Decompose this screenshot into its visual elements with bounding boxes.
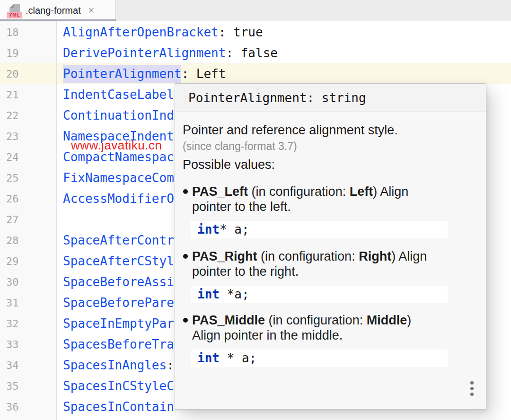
tab-clang-format[interactable]: YML .clang-format ✕ [0,0,116,21]
code-sample-pas-right: int *a; [191,286,448,303]
more-options-icon[interactable] [468,380,476,397]
close-tab-icon[interactable]: ✕ [88,7,95,15]
line-number: 32 [0,318,56,330]
value-item-pas-middle: PAS_Middle (in configuration: Middle) Al… [183,313,431,343]
line-number: 31 [0,297,56,309]
yaml-value: true [233,25,263,39]
active-tab-underline [0,19,116,21]
yaml-key: SpacesInContain [63,400,174,414]
line-number: 19 [0,47,56,59]
cpp-keyword: int [197,222,220,236]
line-number: 36 [0,401,56,413]
selected-yaml-key: PointerAlignment [63,65,181,83]
line-number: 35 [0,380,56,392]
yaml-key: SpacesBeforeTra [63,337,174,351]
popup-header: PointerAlignment: string [175,84,486,112]
value-item-pas-right: PAS_Right (in configuration: Right) Alig… [183,249,431,279]
yaml-value: Left [196,67,226,81]
yaml-key: SpaceInEmptyPar [63,316,174,331]
line-number: 29 [0,255,56,267]
bullet-icon [183,254,188,259]
code-line[interactable]: 19 DerivePointerAlignment: false [0,43,511,63]
yaml-sep: : [226,46,240,60]
yaml-key: FixNamespaceCom [63,171,174,185]
line-number: 24 [0,151,56,163]
line-number: 21 [0,89,56,101]
line-number: 33 [0,339,56,350]
bullet-icon [183,318,188,323]
yaml-sep: : [167,358,174,372]
watermark-text: www.javatiku.cn [71,138,162,153]
line-number: 20 [0,68,56,80]
bullet-icon [183,189,188,194]
code-line-current[interactable]: 20 PointerAlignment: Left [0,63,511,84]
code-sample-pas-left: int* a; [191,221,448,238]
yaml-badge: YML [7,12,22,18]
yaml-key: SpaceAfterContr [63,233,174,247]
line-number: 28 [0,235,56,246]
cpp-keyword: int [197,287,220,301]
line-number: 26 [0,193,56,205]
yaml-key: ContinuationInd [63,108,174,122]
line-number: 23 [0,131,56,142]
documentation-popup: PointerAlignment: string Pointer and ref… [175,83,486,410]
editor-tab-bar: YML .clang-format ✕ [0,0,511,21]
line-number: 25 [0,172,56,184]
value-item-pas-left: PAS_Left (in configuration: Left) Align … [183,184,431,214]
line-number: 30 [0,276,56,288]
gutter-divider [56,21,57,420]
yaml-key: AccessModifierO [63,192,174,206]
tab-title: .clang-format [26,5,81,16]
yaml-sep: : [181,67,196,81]
popup-body: Pointer and reference alignment style. (… [175,122,486,367]
line-number: 34 [0,359,56,371]
yaml-key: IndentCaseLabel [63,88,174,102]
line-number: 27 [0,214,56,226]
yaml-sep: : [219,25,233,39]
possible-values-label: Possible values: [183,157,476,173]
yaml-key: SpaceAfterCStyl [63,254,174,268]
code-line[interactable]: 18 AlignAfterOpenBracket: true [0,22,511,43]
popup-since-note: (since clang-format 3.7) [183,140,476,153]
yaml-file-icon: YML [9,4,21,18]
yaml-key: SpaceBeforeAssi [63,275,174,289]
yaml-key: SpacesInCStyleC [63,379,174,393]
line-number: 18 [0,26,56,38]
line-number: 22 [0,110,56,122]
code-sample-pas-middle: int * a; [191,350,448,367]
yaml-key: AlignAfterOpenBracket [63,25,219,39]
yaml-key: SpaceBeforePare [63,296,174,310]
cpp-keyword: int [197,351,220,365]
yaml-value: false [241,46,278,60]
popup-description: Pointer and reference alignment style. [183,122,476,138]
yaml-key: SpacesInAngles [63,358,167,372]
yaml-key: DerivePointerAlignment [63,46,226,60]
